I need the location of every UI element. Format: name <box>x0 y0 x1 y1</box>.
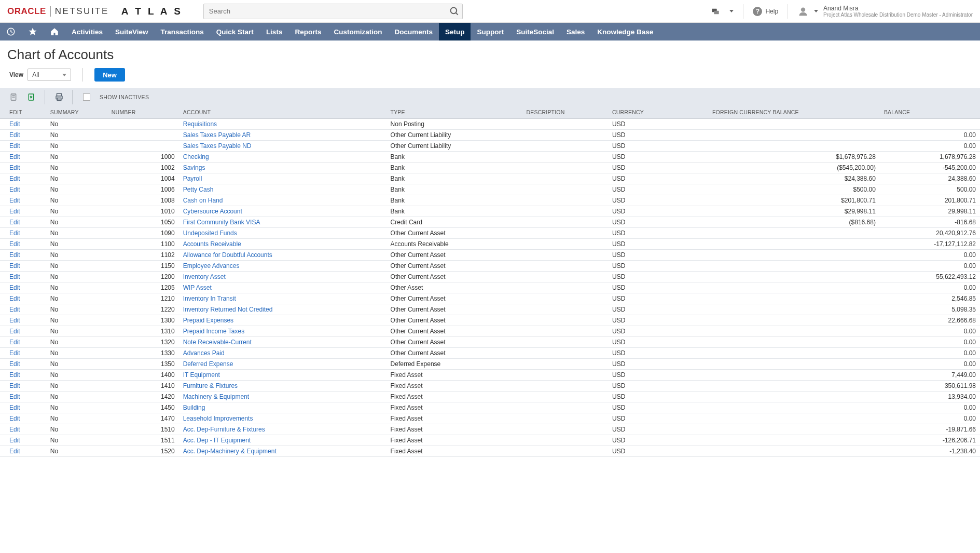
edit-link[interactable]: Edit <box>9 371 20 379</box>
edit-link[interactable]: Edit <box>9 339 20 346</box>
account-link[interactable]: Checking <box>183 153 209 160</box>
account-link[interactable]: Savings <box>183 164 205 171</box>
col-summary[interactable]: SUMMARY <box>43 106 107 119</box>
col-description[interactable]: DESCRIPTION <box>522 106 608 119</box>
nav-item-lists[interactable]: Lists <box>260 23 289 41</box>
account-link[interactable]: Inventory Asset <box>183 273 226 280</box>
nav-item-suitesocial[interactable]: SuiteSocial <box>510 23 560 41</box>
edit-link[interactable]: Edit <box>9 131 20 139</box>
nav-history-icon[interactable] <box>0 23 22 41</box>
nav-item-activities[interactable]: Activities <box>65 23 109 41</box>
edit-link[interactable]: Edit <box>9 404 20 411</box>
edit-link[interactable]: Edit <box>9 164 20 171</box>
edit-link[interactable]: Edit <box>9 382 20 389</box>
col-balance[interactable]: BALANCE <box>880 106 980 119</box>
account-link[interactable]: Undeposited Funds <box>183 230 237 237</box>
account-link[interactable]: Sales Taxes Payable AR <box>183 131 251 139</box>
account-link[interactable]: First Community Bank VISA <box>183 219 260 226</box>
edit-link[interactable]: Edit <box>9 426 20 433</box>
edit-link[interactable]: Edit <box>9 240 20 248</box>
edit-link[interactable]: Edit <box>9 360 20 368</box>
edit-link[interactable]: Edit <box>9 219 20 226</box>
print-icon[interactable] <box>54 92 63 102</box>
edit-link[interactable]: Edit <box>9 317 20 324</box>
nav-item-customization[interactable]: Customization <box>327 23 388 41</box>
edit-link[interactable]: Edit <box>9 295 20 302</box>
account-link[interactable]: Cybersource Account <box>183 208 242 215</box>
account-link[interactable]: Deferred Expense <box>183 360 233 368</box>
account-link[interactable]: Building <box>183 404 205 411</box>
nav-star-icon[interactable] <box>22 23 44 41</box>
account-link[interactable]: Prepaid Income Taxes <box>183 328 245 335</box>
account-link[interactable]: Requisitions <box>183 120 217 128</box>
nav-home-icon[interactable] <box>44 23 65 41</box>
nav-item-knowledge-base[interactable]: Knowledge Base <box>591 23 659 41</box>
col-account[interactable]: ACCOUNT <box>179 106 387 119</box>
search-icon[interactable] <box>449 6 460 17</box>
edit-link[interactable]: Edit <box>9 415 20 422</box>
edit-link[interactable]: Edit <box>9 328 20 335</box>
nav-item-documents[interactable]: Documents <box>388 23 439 41</box>
edit-link[interactable]: Edit <box>9 142 20 150</box>
new-button[interactable]: New <box>94 68 125 82</box>
edit-link[interactable]: Edit <box>9 251 20 259</box>
view-select[interactable]: All <box>27 69 71 81</box>
col-type[interactable]: TYPE <box>387 106 522 119</box>
edit-link[interactable]: Edit <box>9 197 20 204</box>
account-link[interactable]: WIP Asset <box>183 284 212 291</box>
account-link[interactable]: Advances Paid <box>183 349 225 357</box>
account-link[interactable]: Acc. Dep-Machinery & Equipment <box>183 448 277 455</box>
account-link[interactable]: Acc. Dep-Furniture & Fixtures <box>183 426 265 433</box>
edit-link[interactable]: Edit <box>9 262 20 269</box>
col-currency[interactable]: CURRENCY <box>608 106 708 119</box>
account-link[interactable]: Machinery & Equipment <box>183 393 249 400</box>
account-link[interactable]: Accounts Receivable <box>183 240 241 248</box>
edit-link[interactable]: Edit <box>9 393 20 400</box>
help-link[interactable]: ? Help <box>753 7 778 16</box>
account-link[interactable]: IT Equipment <box>183 371 220 379</box>
edit-link[interactable]: Edit <box>9 349 20 357</box>
edit-link[interactable]: Edit <box>9 230 20 237</box>
nav-item-transactions[interactable]: Transactions <box>155 23 210 41</box>
account-link[interactable]: Acc. Dep - IT Equipment <box>183 437 251 444</box>
account-link[interactable]: Petty Cash <box>183 186 214 193</box>
edit-link[interactable]: Edit <box>9 120 20 128</box>
account-link[interactable]: Leasehold Improvements <box>183 415 253 422</box>
edit-link[interactable]: Edit <box>9 306 20 313</box>
edit-link[interactable]: Edit <box>9 208 20 215</box>
account-link[interactable]: Prepaid Expenses <box>183 317 233 324</box>
nav-item-setup[interactable]: Setup <box>439 23 471 41</box>
col-edit[interactable]: EDIT <box>0 106 43 119</box>
nav-item-reports[interactable]: Reports <box>288 23 327 41</box>
edit-link[interactable]: Edit <box>9 273 20 280</box>
col-foreign-balance[interactable]: FOREIGN CURRENCY BALANCE <box>708 106 880 119</box>
export-csv-icon[interactable] <box>9 92 18 102</box>
show-inactives-checkbox[interactable] <box>83 93 90 101</box>
account-link[interactable]: Note Receivable-Current <box>183 339 252 346</box>
account-link[interactable]: Payroll <box>183 175 202 182</box>
nav-item-suiteview[interactable]: SuiteView <box>109 23 155 41</box>
search-input[interactable] <box>203 4 463 19</box>
edit-link[interactable]: Edit <box>9 175 20 182</box>
edit-link[interactable]: Edit <box>9 153 20 160</box>
language-icon[interactable] <box>711 7 720 16</box>
account-link[interactable]: Furniture & Fixtures <box>183 382 238 389</box>
col-number[interactable]: NUMBER <box>107 106 179 119</box>
user-menu[interactable]: Anand Misra Project Atlas Wholesale Dist… <box>797 5 973 18</box>
edit-link[interactable]: Edit <box>9 284 20 291</box>
account-link[interactable]: Allowance for Doubtful Accounts <box>183 251 272 259</box>
nav-item-quick-start[interactable]: Quick Start <box>210 23 260 41</box>
export-excel-icon[interactable] <box>27 92 35 102</box>
account-link[interactable]: Cash on Hand <box>183 197 223 204</box>
nav-item-support[interactable]: Support <box>471 23 510 41</box>
account-link[interactable]: Employee Advances <box>183 262 240 269</box>
edit-link[interactable]: Edit <box>9 186 20 193</box>
edit-link[interactable]: Edit <box>9 437 20 444</box>
account-link[interactable]: Inventory In Transit <box>183 295 236 302</box>
language-caret-icon[interactable] <box>729 10 734 12</box>
edit-link[interactable]: Edit <box>9 448 20 455</box>
account-link[interactable]: Sales Taxes Payable ND <box>183 142 252 150</box>
cell-number: 1205 <box>107 282 179 293</box>
nav-item-sales[interactable]: Sales <box>560 23 591 41</box>
account-link[interactable]: Inventory Returned Not Credited <box>183 306 273 313</box>
